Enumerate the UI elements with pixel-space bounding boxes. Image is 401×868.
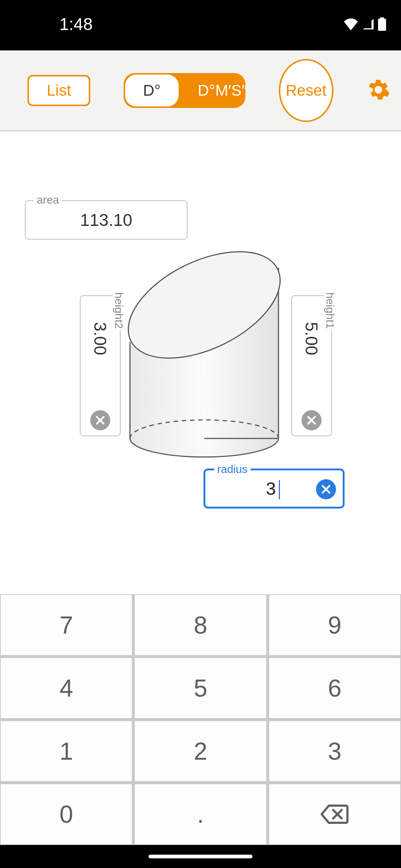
close-icon [306, 415, 317, 425]
area-value: 113.10 [80, 210, 133, 230]
height2-label: height2 [113, 291, 125, 330]
status-icons [343, 17, 386, 31]
android-nav-bar [0, 845, 401, 868]
key-5[interactable]: 5 [134, 658, 266, 719]
height2-input[interactable]: height2 3.00 [80, 295, 121, 436]
cell-signal-icon [362, 18, 375, 30]
key-3[interactable]: 3 [269, 721, 401, 782]
key-1[interactable]: 1 [0, 721, 132, 782]
list-button[interactable]: List [27, 75, 90, 106]
radius-clear-button[interactable] [316, 479, 336, 499]
battery-icon [378, 17, 386, 31]
numeric-keypad: 7 8 9 4 5 6 1 2 3 0 . [0, 594, 401, 845]
height1-label: height1 [324, 291, 336, 330]
radius-label: radius [214, 463, 251, 476]
key-8[interactable]: 8 [134, 595, 266, 655]
angle-unit-dms[interactable]: D°M′S″ [180, 73, 245, 108]
height2-value: 3.00 [90, 322, 110, 355]
status-bar: 1:48 [0, 0, 401, 50]
angle-unit-toggle[interactable]: D° D°M′S″ [124, 73, 245, 108]
gear-icon [367, 78, 390, 101]
status-time: 1:48 [59, 14, 93, 34]
radius-value: 3 [228, 479, 276, 499]
angle-unit-degrees[interactable]: D° [125, 75, 178, 106]
radius-input[interactable]: radius 3 [203, 468, 345, 509]
area-label: area [34, 194, 62, 206]
wifi-icon [343, 18, 359, 30]
key-9[interactable]: 9 [269, 595, 401, 655]
height1-value: 5.00 [301, 322, 322, 355]
height1-input[interactable]: height1 5.00 [291, 295, 332, 436]
toolbar: List D° D°M′S″ Reset [0, 50, 401, 131]
key-decimal[interactable]: . [134, 784, 266, 845]
key-6[interactable]: 6 [269, 658, 401, 719]
text-cursor [279, 480, 280, 499]
key-2[interactable]: 2 [134, 721, 266, 782]
diagram-canvas: area 113.10 height2 3.00 he [0, 131, 401, 586]
backspace-icon [320, 804, 349, 824]
area-output: area 113.10 [25, 200, 188, 240]
height2-clear-button[interactable] [90, 410, 110, 430]
close-icon [95, 415, 105, 425]
key-0[interactable]: 0 [0, 784, 132, 845]
height1-clear-button[interactable] [301, 410, 322, 430]
key-backspace[interactable] [269, 784, 401, 845]
close-icon [321, 484, 331, 494]
nav-pill[interactable] [149, 855, 252, 858]
truncated-cylinder-shape [119, 249, 290, 464]
settings-button[interactable] [367, 78, 390, 103]
key-4[interactable]: 4 [0, 658, 132, 719]
key-7[interactable]: 7 [0, 595, 132, 655]
reset-button[interactable]: Reset [279, 59, 333, 122]
